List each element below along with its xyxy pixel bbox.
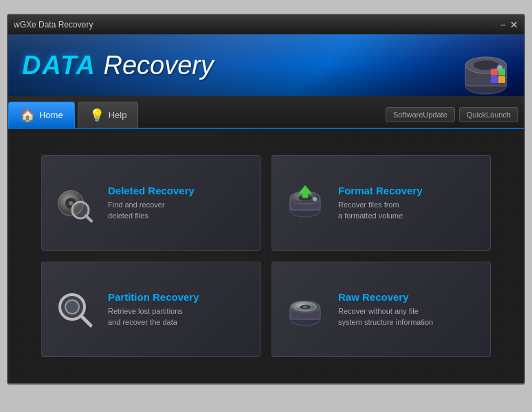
deleted-recovery-title: Deleted Recovery: [108, 185, 249, 196]
quick-launch-button[interactable]: QuickLaunch: [459, 107, 518, 122]
title-bar: wGXe Data Recovery − ✕: [8, 15, 524, 34]
svg-line-14: [86, 216, 91, 221]
raw-recovery-card[interactable]: Raw Recovery Recover without any file sy…: [271, 262, 491, 357]
svg-rect-6: [498, 69, 505, 76]
deleted-recovery-text: Deleted Recovery Find and recover delete…: [108, 185, 249, 222]
raw-icon-svg: [286, 290, 324, 329]
help-tab-label: Help: [109, 110, 127, 120]
raw-recovery-title: Raw Recovery: [338, 291, 479, 303]
svg-point-3: [474, 60, 498, 70]
header-title: DATA Recovery: [22, 51, 214, 80]
software-update-button[interactable]: SoftwareUpdate: [386, 107, 455, 122]
svg-rect-8: [498, 76, 505, 83]
minimize-button[interactable]: −: [500, 20, 506, 30]
partition-recovery-title: Partition Recovery: [108, 291, 249, 303]
deleted-icon-svg: [56, 184, 94, 222]
help-icon: 💡: [89, 108, 104, 123]
svg-point-29: [303, 306, 307, 308]
navbar: 🏠 Home 💡 Help SoftwareUpdate QuickLaunch: [8, 96, 524, 129]
svg-point-12: [69, 201, 73, 205]
raw-recovery-icon: [283, 288, 327, 332]
home-tab-label: Home: [39, 110, 63, 120]
format-recovery-icon: [283, 181, 327, 225]
partition-icon-svg: [56, 290, 94, 329]
format-recovery-desc: Recover files from a formatted volume: [338, 199, 479, 222]
deleted-recovery-icon: [53, 181, 97, 225]
format-icon-svg: [286, 184, 324, 222]
deleted-recovery-desc: Find and recover deleted files: [108, 199, 249, 222]
main-window: wGXe Data Recovery − ✕ DATA Recovery: [7, 14, 525, 385]
svg-line-23: [81, 316, 91, 325]
header-recovery-text: Recovery: [96, 51, 214, 80]
nav-right-buttons: SoftwareUpdate QuickLaunch: [386, 107, 518, 122]
window-title: wGXe Data Recovery: [14, 20, 93, 30]
help-tab[interactable]: 💡 Help: [78, 102, 139, 128]
partition-recovery-card[interactable]: Partition Recovery Retrieve lost partiti…: [41, 262, 261, 357]
partition-recovery-desc: Retrieve lost partitions and recover the…: [108, 306, 249, 328]
main-content: Deleted Recovery Find and recover delete…: [8, 129, 524, 383]
header-banner: DATA Recovery: [8, 34, 524, 96]
home-tab[interactable]: 🏠 Home: [8, 102, 75, 128]
hdd-svg-icon: [462, 52, 510, 96]
partition-recovery-icon: [53, 288, 97, 332]
raw-recovery-text: Raw Recovery Recover without any file sy…: [338, 291, 479, 328]
header-data-text: DATA: [22, 51, 96, 80]
window-controls: − ✕: [500, 20, 518, 30]
svg-rect-7: [491, 76, 498, 83]
svg-point-19: [313, 197, 317, 201]
format-recovery-card[interactable]: Format Recovery Recover files from a for…: [271, 155, 491, 251]
partition-recovery-text: Partition Recovery Retrieve lost partiti…: [108, 291, 249, 328]
raw-recovery-desc: Recover without any file system structur…: [338, 306, 479, 328]
svg-point-22: [65, 300, 79, 314]
format-recovery-title: Format Recovery: [338, 185, 479, 196]
svg-rect-5: [491, 69, 498, 76]
home-icon: 🏠: [20, 108, 35, 123]
format-recovery-text: Format Recovery Recover files from a for…: [338, 185, 479, 222]
close-button[interactable]: ✕: [510, 20, 518, 30]
deleted-recovery-card[interactable]: Deleted Recovery Find and recover delete…: [41, 155, 261, 251]
header-icon: [462, 52, 510, 96]
